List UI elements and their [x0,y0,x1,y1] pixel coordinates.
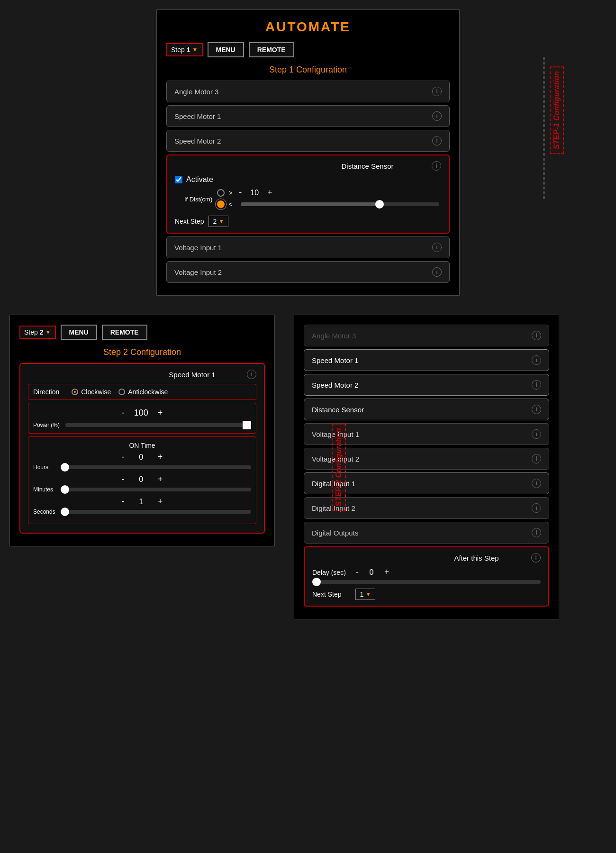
delay-row: Delay (sec) - 0 + [312,567,541,577]
speed-motor-2-info-right[interactable]: i [532,380,541,390]
voltage-input-1-info[interactable]: i [432,243,442,252]
after-step-next-icon[interactable]: ▼ [365,591,371,598]
distance-sensor-info-right[interactable]: i [532,405,541,414]
digital-outputs-row[interactable]: Digital Outputs i [304,522,549,544]
voltage-input-1-info-right[interactable]: i [532,429,541,439]
next-step-value: 2 [213,218,217,225]
speed-motor-1-info-top[interactable]: i [432,111,442,121]
seconds-label: Seconds [33,508,57,515]
seconds-minus-btn[interactable]: - [120,497,127,507]
voltage-input-2-row[interactable]: Voltage Input 2 i [166,261,450,283]
speed-motor-2-row-top[interactable]: Speed Motor 2 i [166,130,450,152]
minutes-label: Minutes [33,486,57,493]
clockwise-radio[interactable] [72,389,78,395]
clockwise-option[interactable]: Clockwise [72,388,111,396]
seconds-slider[interactable] [61,510,251,514]
speed-motor-info[interactable]: i [247,370,256,379]
voltage-input-1-row[interactable]: Voltage Input 1 i [166,236,450,258]
distance-sensor-header: Distance Sensor i [175,161,441,171]
minutes-minus-btn[interactable]: - [120,474,127,484]
next-step-row: Next Step 2 ▼ [175,216,441,227]
less-than-symbol: < [228,200,233,208]
angle-motor-3-info-right[interactable]: i [532,331,541,340]
step-selector-bottom[interactable]: Step 2 ▼ [19,326,56,339]
voltage-input-2-info[interactable]: i [432,267,442,277]
angle-motor-3-row-right[interactable]: Angle Motor 3 i [304,325,549,346]
anticlockwise-option[interactable]: Anticlockwise [118,388,168,396]
step2-annotation: STEP-2 Configuration [332,423,346,511]
seconds-plus-btn[interactable]: + [156,497,165,507]
seconds-control: - 1 + [33,497,251,507]
distance-sensor-info[interactable]: i [432,161,441,171]
step-label-top: Step [171,46,185,54]
speed-motor-1-info-right[interactable]: i [532,355,541,365]
remote-button-bottom[interactable]: REMOTE [102,325,147,340]
power-slider-row: Power (%) [33,422,251,428]
minutes-plus-btn[interactable]: + [156,474,165,484]
angle-motor-3-row[interactable]: Angle Motor 3 i [166,81,450,102]
delay-plus-btn[interactable]: + [382,567,391,577]
distance-sensor-title: Distance Sensor [303,162,432,170]
power-slider[interactable] [65,423,251,427]
voltage-input-2-info-right[interactable]: i [532,454,541,463]
hours-slider[interactable] [61,465,251,469]
distance-slider[interactable] [241,202,439,206]
angle-motor-3-label-right: Angle Motor 3 [312,332,356,340]
delay-minus-btn[interactable]: - [354,567,361,577]
bottom-left-wrapper: Step 2 ▼ MENU REMOTE Step 2 Configuratio… [9,315,275,619]
hours-minus-btn[interactable]: - [120,452,127,462]
app-title: AUTOMATE [166,19,450,35]
after-step-section: After this Step i Delay (sec) - 0 + Next… [304,546,549,607]
menu-button-bottom[interactable]: MENU [61,325,97,340]
digital-input-1-info[interactable]: i [532,479,541,488]
step-dropdown-icon-top[interactable]: ▼ [192,46,198,53]
hours-plus-btn[interactable]: + [156,452,165,462]
distance-sensor-row-right[interactable]: Distance Sensor i [304,399,549,420]
top-panel: AUTOMATE Step 1 ▼ MENU REMOTE Step 1 Con… [156,9,460,296]
if-dist-label: If Dist(cm) [184,196,212,203]
after-step-next-label: Next Step [312,590,341,598]
after-step-next-selector[interactable]: 1 ▼ [355,589,375,600]
activate-checkbox[interactable] [175,176,182,183]
minutes-slider[interactable] [61,488,251,491]
value-minus-btn[interactable]: - [237,188,244,198]
next-step-selector[interactable]: 2 ▼ [208,216,228,227]
distance-sensor-label-right: Distance Sensor [312,406,364,414]
voltage-input-2-label: Voltage Input 2 [174,268,222,276]
after-step-info[interactable]: i [531,553,541,563]
delay-slider[interactable] [312,580,541,584]
next-step-dropdown-icon[interactable]: ▼ [218,218,224,225]
dist-controls: If Dist(cm) > - 10 + < [184,188,441,211]
power-plus-btn[interactable]: + [156,408,165,418]
speed-motor-2-info-top[interactable]: i [432,136,442,145]
speed-motor-1-row-top[interactable]: Speed Motor 1 i [166,105,450,127]
menu-button-top[interactable]: MENU [208,42,244,57]
speed-motor-1-row-right[interactable]: Speed Motor 1 i [304,349,549,371]
power-label: Power (%) [33,422,62,428]
power-control-row: - 100 + [33,408,251,418]
step-value-top: 1 [187,46,190,54]
minutes-control: - 0 + [33,474,251,484]
angle-motor-3-info[interactable]: i [432,87,442,96]
remote-button-top[interactable]: REMOTE [249,42,294,57]
after-step-next-value: 1 [360,590,363,598]
speed-motor-header: Speed Motor 1 i [28,370,256,379]
after-step-header: After this Step i [312,553,541,563]
after-step-title: After this Step [422,554,531,562]
value-plus-btn[interactable]: + [265,188,274,198]
step-value-bottom: 2 [40,328,44,336]
speed-motor-2-label-top: Speed Motor 2 [174,137,221,145]
less-than-radio[interactable] [217,200,225,208]
anticlockwise-radio[interactable] [118,389,125,395]
greater-than-row: > - 10 + [217,188,441,198]
greater-than-radio[interactable] [217,189,225,197]
hours-control: - 0 + [33,452,251,462]
digital-input-2-info[interactable]: i [532,503,541,513]
power-minus-btn[interactable]: - [120,408,127,418]
step-dropdown-icon-bottom[interactable]: ▼ [45,329,51,336]
bottom-section: Step 2 ▼ MENU REMOTE Step 2 Configuratio… [9,315,607,619]
power-value: 100 [134,408,148,418]
step-selector-top[interactable]: Step 1 ▼ [166,43,203,56]
speed-motor-2-row-right[interactable]: Speed Motor 2 i [304,374,549,396]
digital-outputs-info[interactable]: i [532,528,541,537]
